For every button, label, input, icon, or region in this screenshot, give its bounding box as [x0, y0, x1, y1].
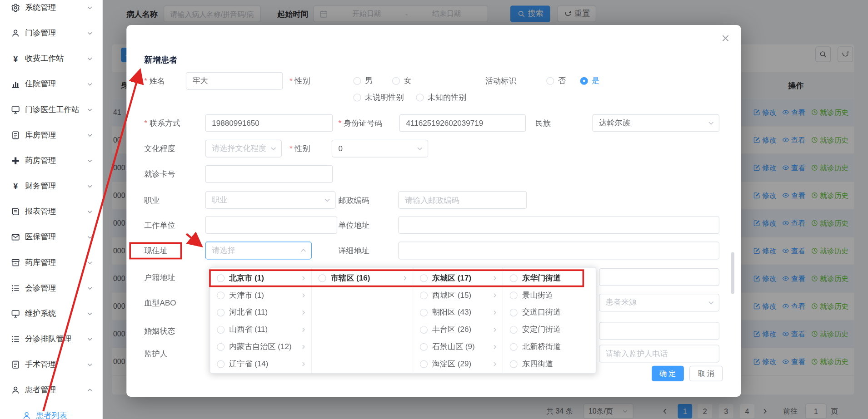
sidebar-item-patient-list[interactable]: 患者列表 — [0, 403, 102, 419]
active-no-radio[interactable]: 否 — [546, 72, 566, 90]
cascader-option[interactable]: 市辖区 (16) — [312, 269, 412, 286]
education-select[interactable]: 请选择文化程度 — [205, 140, 282, 158]
cascader-option[interactable]: 安定门街道 — [504, 321, 596, 338]
sidebar-item-drug-storage[interactable]: 药库管理 — [0, 250, 102, 276]
modal-scrollbar[interactable] — [731, 252, 734, 294]
cascader-option[interactable]: 丰台区 (26) — [413, 321, 503, 338]
guardian-phone-input[interactable] — [599, 345, 719, 362]
radio-circle-icon — [510, 291, 518, 299]
sidebar-item-triage-queue[interactable]: 分诊排队管理 — [0, 326, 102, 352]
patient-source-select[interactable]: 患者来源 — [599, 294, 719, 311]
unit-address-label: 单位地址 — [339, 216, 369, 234]
document-icon — [11, 131, 20, 140]
sidebar-item-finance[interactable]: ¥财务管理 — [0, 173, 102, 199]
address-cascader-dropdown: 北京市 (1) 天津市 (1) 河北省 (11) 山西省 (11) 内蒙古自治区… — [210, 267, 596, 373]
idcard-label: 身份证号码 — [339, 114, 383, 132]
radio-circle-icon — [217, 308, 224, 316]
chevron-right-icon — [492, 360, 499, 367]
sidebar-item-system[interactable]: 系统管理 — [0, 0, 102, 20]
chevron-down-icon — [86, 81, 93, 88]
chevron-down-icon — [324, 196, 331, 204]
marital-right-input[interactable] — [599, 322, 719, 340]
gender-female-radio[interactable]: 女 — [392, 72, 412, 90]
sidebar-item-consultation[interactable]: 会诊管理 — [0, 276, 102, 301]
sidebar-item-report[interactable]: 报表管理 — [0, 199, 102, 224]
cascader-option[interactable]: 辽宁省 (14) — [210, 355, 312, 373]
cascader-street-column: 东华门街道 景山街道 交道口街道 安定门街道 北新桥街道 东四街道 — [504, 268, 596, 373]
chevron-right-icon — [492, 292, 499, 299]
ethnicity-select[interactable]: 达斡尔族 — [592, 114, 719, 132]
cascader-option[interactable]: 北京市 (1) — [210, 269, 312, 286]
cascader-option[interactable]: 东华门街道 — [504, 269, 596, 286]
card-no-input[interactable] — [205, 165, 333, 183]
unit-address-input[interactable] — [398, 216, 719, 234]
gender-unknown-radio[interactable]: 未知的性别 — [416, 89, 466, 106]
name-input[interactable] — [186, 72, 283, 90]
close-icon[interactable] — [721, 34, 730, 43]
confirm-button[interactable]: 确 定 — [652, 366, 683, 381]
radio-circle-icon — [319, 274, 326, 282]
gender-unspecified-radio[interactable]: 未说明性别 — [353, 89, 404, 106]
list-icon — [11, 335, 20, 344]
chevron-right-icon — [492, 275, 499, 281]
yen-icon: ¥ — [11, 54, 20, 64]
chevron-right-icon — [300, 360, 307, 367]
cascader-option[interactable]: 河北省 (11) — [210, 304, 312, 321]
current-address-cascader[interactable]: 请选择 — [205, 242, 312, 259]
contact-input[interactable] — [205, 114, 333, 132]
household-right-input[interactable] — [599, 268, 719, 286]
cascader-option[interactable]: 东四街道 — [504, 355, 596, 373]
cascader-option[interactable]: 西城区 (15) — [413, 286, 503, 304]
cascader-option[interactable]: 天津市 (1) — [210, 286, 312, 304]
radio-circle-icon — [420, 360, 428, 368]
active-yes-radio[interactable]: 是 — [580, 72, 600, 90]
work-unit-input[interactable] — [205, 216, 337, 234]
detail-address-label: 详细地址 — [339, 242, 369, 259]
cascader-option[interactable]: 北新桥街道 — [504, 338, 596, 355]
cascader-option[interactable]: 内蒙古自治区 (12) — [210, 338, 312, 355]
radio-circle-icon — [510, 325, 518, 333]
sidebar-item-inpatient[interactable]: 住院管理 — [0, 71, 102, 97]
gender-male-radio[interactable]: 男 — [353, 72, 373, 90]
cancel-button[interactable]: 取 消 — [689, 366, 723, 381]
cascader-option[interactable]: 山西省 (11) — [210, 321, 312, 338]
cascader-option[interactable]: 景山街道 — [504, 286, 596, 304]
chevron-right-icon — [492, 343, 499, 350]
sidebar-item-maintenance[interactable]: 维护系统 — [0, 301, 102, 326]
patient-icon — [11, 386, 20, 395]
sidebar-item-fee-station[interactable]: ¥收费工作站 — [0, 46, 102, 71]
cascader-option[interactable]: 海淀区 (29) — [413, 355, 503, 373]
chevron-right-icon — [402, 275, 409, 281]
chevron-up-icon — [299, 246, 307, 254]
gender-label: 性别 — [289, 72, 310, 90]
patient-list-icon — [22, 411, 31, 419]
medical-cross-icon — [11, 156, 20, 165]
chevron-down-icon — [86, 132, 93, 139]
sidebar-item-insurance[interactable]: 医保管理 — [0, 224, 102, 250]
chevron-right-icon — [300, 275, 307, 281]
cascader-option[interactable]: 朝阳区 (43) — [413, 304, 503, 321]
sidebar-item-warehouse[interactable]: 库房管理 — [0, 123, 102, 148]
chevron-right-icon — [300, 343, 307, 350]
sidebar-item-doctor-station[interactable]: 门诊医生工作站 — [0, 97, 102, 123]
radio-circle-icon — [510, 308, 518, 316]
detail-address-input[interactable] — [398, 242, 719, 259]
active-flag-label: 活动标识 — [485, 72, 516, 90]
radio-circle-icon — [420, 343, 428, 350]
cascader-option[interactable]: 交道口街道 — [504, 304, 596, 321]
yen-icon: ¥ — [11, 182, 20, 191]
sidebar-item-outpatient[interactable]: 门诊管理 — [0, 20, 102, 46]
cascader-option[interactable]: 石景山区 (9) — [413, 338, 503, 355]
sidebar-item-pharmacy[interactable]: 药房管理 — [0, 148, 102, 173]
sidebar-item-patient[interactable]: 患者管理 — [0, 377, 102, 403]
gender2-select[interactable]: 0 — [332, 140, 428, 158]
postcode-input[interactable] — [398, 191, 527, 209]
chevron-down-icon — [86, 259, 93, 266]
idcard-input[interactable] — [399, 114, 526, 132]
chevron-down-icon — [86, 5, 93, 11]
chevron-down-icon — [86, 30, 93, 37]
occupation-select[interactable]: 职业 — [205, 191, 336, 209]
radio-circle-icon — [510, 343, 518, 350]
sidebar-item-surgery[interactable]: 手术管理 — [0, 352, 102, 377]
cascader-option[interactable]: 东城区 (17) — [413, 269, 503, 286]
